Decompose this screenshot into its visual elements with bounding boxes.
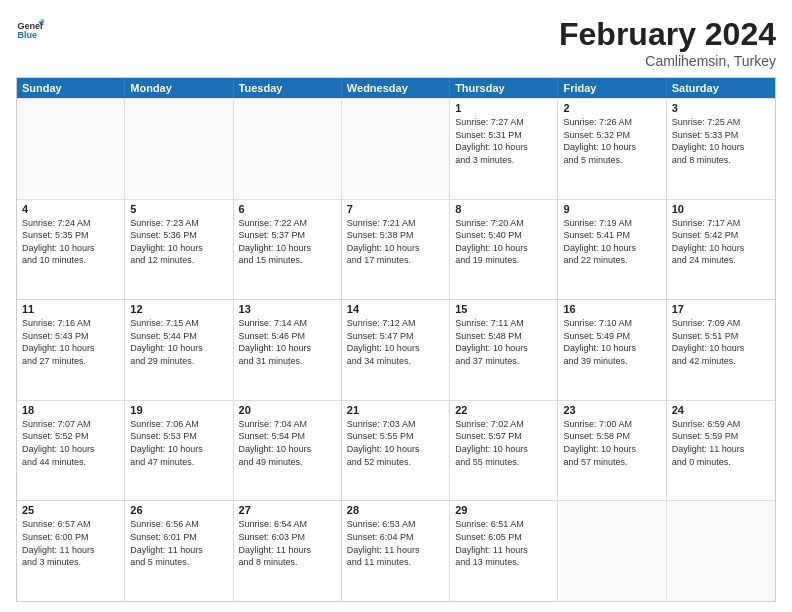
day-number: 8 xyxy=(455,203,552,215)
calendar-cell: 15Sunrise: 7:11 AMSunset: 5:48 PMDayligh… xyxy=(450,300,558,400)
logo: General Blue xyxy=(16,16,44,44)
day-number: 27 xyxy=(239,504,336,516)
cell-info: Sunrise: 7:21 AMSunset: 5:38 PMDaylight:… xyxy=(347,217,444,267)
cell-info: Sunrise: 7:25 AMSunset: 5:33 PMDaylight:… xyxy=(672,116,770,166)
day-number: 18 xyxy=(22,404,119,416)
calendar-cell: 27Sunrise: 6:54 AMSunset: 6:03 PMDayligh… xyxy=(234,501,342,601)
day-number: 6 xyxy=(239,203,336,215)
day-number: 29 xyxy=(455,504,552,516)
weekday-header: Thursday xyxy=(450,78,558,98)
calendar-cell: 23Sunrise: 7:00 AMSunset: 5:58 PMDayligh… xyxy=(558,401,666,501)
day-number: 24 xyxy=(672,404,770,416)
calendar-cell: 28Sunrise: 6:53 AMSunset: 6:04 PMDayligh… xyxy=(342,501,450,601)
day-number: 28 xyxy=(347,504,444,516)
calendar-cell: 20Sunrise: 7:04 AMSunset: 5:54 PMDayligh… xyxy=(234,401,342,501)
cell-info: Sunrise: 7:12 AMSunset: 5:47 PMDaylight:… xyxy=(347,317,444,367)
cell-info: Sunrise: 7:10 AMSunset: 5:49 PMDaylight:… xyxy=(563,317,660,367)
cell-info: Sunrise: 7:23 AMSunset: 5:36 PMDaylight:… xyxy=(130,217,227,267)
cell-info: Sunrise: 7:27 AMSunset: 5:31 PMDaylight:… xyxy=(455,116,552,166)
cell-info: Sunrise: 7:09 AMSunset: 5:51 PMDaylight:… xyxy=(672,317,770,367)
day-number: 13 xyxy=(239,303,336,315)
weekday-header: Friday xyxy=(558,78,666,98)
calendar-body: 1Sunrise: 7:27 AMSunset: 5:31 PMDaylight… xyxy=(17,98,775,601)
calendar-cell: 17Sunrise: 7:09 AMSunset: 5:51 PMDayligh… xyxy=(667,300,775,400)
logo-icon: General Blue xyxy=(16,16,44,44)
day-number: 17 xyxy=(672,303,770,315)
day-number: 7 xyxy=(347,203,444,215)
weekday-header: Wednesday xyxy=(342,78,450,98)
calendar-cell: 1Sunrise: 7:27 AMSunset: 5:31 PMDaylight… xyxy=(450,99,558,199)
day-number: 16 xyxy=(563,303,660,315)
cell-info: Sunrise: 7:11 AMSunset: 5:48 PMDaylight:… xyxy=(455,317,552,367)
cell-info: Sunrise: 7:16 AMSunset: 5:43 PMDaylight:… xyxy=(22,317,119,367)
cell-info: Sunrise: 7:14 AMSunset: 5:46 PMDaylight:… xyxy=(239,317,336,367)
calendar-cell: 4Sunrise: 7:24 AMSunset: 5:35 PMDaylight… xyxy=(17,200,125,300)
cell-info: Sunrise: 6:51 AMSunset: 6:05 PMDaylight:… xyxy=(455,518,552,568)
day-number: 5 xyxy=(130,203,227,215)
calendar-cell: 26Sunrise: 6:56 AMSunset: 6:01 PMDayligh… xyxy=(125,501,233,601)
calendar-cell: 16Sunrise: 7:10 AMSunset: 5:49 PMDayligh… xyxy=(558,300,666,400)
calendar-cell: 11Sunrise: 7:16 AMSunset: 5:43 PMDayligh… xyxy=(17,300,125,400)
calendar-header: SundayMondayTuesdayWednesdayThursdayFrid… xyxy=(17,78,775,98)
day-number: 25 xyxy=(22,504,119,516)
calendar-cell: 9Sunrise: 7:19 AMSunset: 5:41 PMDaylight… xyxy=(558,200,666,300)
cell-info: Sunrise: 6:59 AMSunset: 5:59 PMDaylight:… xyxy=(672,418,770,468)
calendar-cell: 13Sunrise: 7:14 AMSunset: 5:46 PMDayligh… xyxy=(234,300,342,400)
calendar-row: 18Sunrise: 7:07 AMSunset: 5:52 PMDayligh… xyxy=(17,400,775,501)
day-number: 10 xyxy=(672,203,770,215)
calendar-cell xyxy=(234,99,342,199)
calendar-cell xyxy=(558,501,666,601)
cell-info: Sunrise: 7:24 AMSunset: 5:35 PMDaylight:… xyxy=(22,217,119,267)
month-year: February 2024 xyxy=(559,16,776,53)
svg-text:Blue: Blue xyxy=(17,30,37,40)
calendar-cell: 3Sunrise: 7:25 AMSunset: 5:33 PMDaylight… xyxy=(667,99,775,199)
cell-info: Sunrise: 7:26 AMSunset: 5:32 PMDaylight:… xyxy=(563,116,660,166)
day-number: 9 xyxy=(563,203,660,215)
cell-info: Sunrise: 6:53 AMSunset: 6:04 PMDaylight:… xyxy=(347,518,444,568)
cell-info: Sunrise: 7:02 AMSunset: 5:57 PMDaylight:… xyxy=(455,418,552,468)
weekday-header: Sunday xyxy=(17,78,125,98)
cell-info: Sunrise: 7:00 AMSunset: 5:58 PMDaylight:… xyxy=(563,418,660,468)
cell-info: Sunrise: 7:17 AMSunset: 5:42 PMDaylight:… xyxy=(672,217,770,267)
cell-info: Sunrise: 7:07 AMSunset: 5:52 PMDaylight:… xyxy=(22,418,119,468)
day-number: 26 xyxy=(130,504,227,516)
cell-info: Sunrise: 7:19 AMSunset: 5:41 PMDaylight:… xyxy=(563,217,660,267)
calendar-row: 11Sunrise: 7:16 AMSunset: 5:43 PMDayligh… xyxy=(17,299,775,400)
cell-info: Sunrise: 6:56 AMSunset: 6:01 PMDaylight:… xyxy=(130,518,227,568)
cell-info: Sunrise: 7:06 AMSunset: 5:53 PMDaylight:… xyxy=(130,418,227,468)
calendar-cell: 21Sunrise: 7:03 AMSunset: 5:55 PMDayligh… xyxy=(342,401,450,501)
location: Camlihemsin, Turkey xyxy=(559,53,776,69)
day-number: 3 xyxy=(672,102,770,114)
cell-info: Sunrise: 7:03 AMSunset: 5:55 PMDaylight:… xyxy=(347,418,444,468)
cell-info: Sunrise: 6:57 AMSunset: 6:00 PMDaylight:… xyxy=(22,518,119,568)
day-number: 4 xyxy=(22,203,119,215)
day-number: 22 xyxy=(455,404,552,416)
calendar: SundayMondayTuesdayWednesdayThursdayFrid… xyxy=(16,77,776,602)
cell-info: Sunrise: 7:20 AMSunset: 5:40 PMDaylight:… xyxy=(455,217,552,267)
weekday-header: Saturday xyxy=(667,78,775,98)
calendar-cell: 7Sunrise: 7:21 AMSunset: 5:38 PMDaylight… xyxy=(342,200,450,300)
calendar-cell xyxy=(667,501,775,601)
calendar-cell: 29Sunrise: 6:51 AMSunset: 6:05 PMDayligh… xyxy=(450,501,558,601)
title-block: February 2024 Camlihemsin, Turkey xyxy=(559,16,776,69)
calendar-cell: 12Sunrise: 7:15 AMSunset: 5:44 PMDayligh… xyxy=(125,300,233,400)
calendar-cell: 18Sunrise: 7:07 AMSunset: 5:52 PMDayligh… xyxy=(17,401,125,501)
calendar-cell: 22Sunrise: 7:02 AMSunset: 5:57 PMDayligh… xyxy=(450,401,558,501)
weekday-header: Monday xyxy=(125,78,233,98)
day-number: 15 xyxy=(455,303,552,315)
day-number: 11 xyxy=(22,303,119,315)
calendar-cell xyxy=(17,99,125,199)
calendar-cell: 5Sunrise: 7:23 AMSunset: 5:36 PMDaylight… xyxy=(125,200,233,300)
calendar-cell xyxy=(125,99,233,199)
calendar-cell: 2Sunrise: 7:26 AMSunset: 5:32 PMDaylight… xyxy=(558,99,666,199)
calendar-cell: 24Sunrise: 6:59 AMSunset: 5:59 PMDayligh… xyxy=(667,401,775,501)
cell-info: Sunrise: 7:15 AMSunset: 5:44 PMDaylight:… xyxy=(130,317,227,367)
day-number: 12 xyxy=(130,303,227,315)
weekday-header: Tuesday xyxy=(234,78,342,98)
day-number: 21 xyxy=(347,404,444,416)
calendar-cell: 19Sunrise: 7:06 AMSunset: 5:53 PMDayligh… xyxy=(125,401,233,501)
calendar-row: 25Sunrise: 6:57 AMSunset: 6:00 PMDayligh… xyxy=(17,500,775,601)
day-number: 20 xyxy=(239,404,336,416)
calendar-row: 1Sunrise: 7:27 AMSunset: 5:31 PMDaylight… xyxy=(17,98,775,199)
calendar-row: 4Sunrise: 7:24 AMSunset: 5:35 PMDaylight… xyxy=(17,199,775,300)
